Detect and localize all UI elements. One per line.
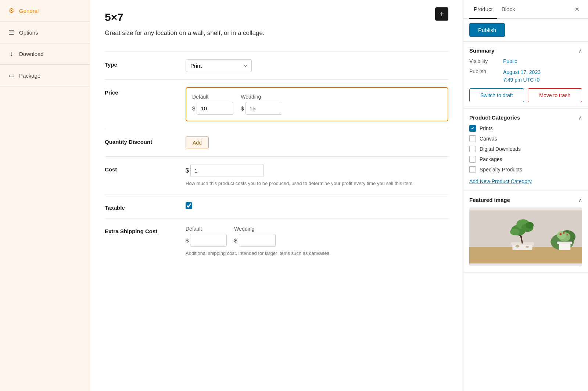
svg-point-19	[567, 234, 568, 236]
category-label-digital-downloads: Digital Downloads	[480, 146, 521, 152]
svg-rect-14	[557, 242, 572, 244]
price-default-col: Default $	[192, 94, 233, 115]
tab-product[interactable]: Product	[469, 0, 497, 19]
gear-icon: ⚙	[7, 7, 15, 15]
action-buttons: Switch to draft Move to trash	[469, 88, 582, 102]
svg-point-18	[563, 232, 565, 234]
product-header: 5×7 Great size for any location on a wal…	[90, 0, 463, 51]
cost-field-row: Cost $ How much this product costs you t…	[105, 156, 448, 195]
category-label-canvas: Canvas	[480, 136, 497, 142]
featured-image[interactable]	[469, 207, 582, 266]
sidebar-item-options[interactable]: ☰ Options	[0, 22, 90, 43]
categories-header: Product Categories ∧	[469, 114, 582, 121]
quantity-discount-field-row: Quantity Discount Add	[105, 129, 448, 156]
category-label-specialty: Specialty Products	[480, 167, 522, 173]
featured-image-svg	[469, 207, 582, 266]
price-default-wrapper: $	[192, 102, 233, 115]
type-value: Print Canvas Digital Download	[186, 59, 448, 72]
category-item-canvas: Canvas	[469, 135, 582, 142]
sidebar-label-download: Download	[19, 51, 44, 57]
panel-tabs: Product Block ×	[463, 0, 588, 19]
price-group: Default $ Wedding $	[186, 87, 448, 121]
category-item-packages: Packages	[469, 156, 582, 163]
extra-shipping-wedding-currency: $	[234, 237, 237, 244]
extra-shipping-value: Default $ Wedding $	[186, 226, 448, 257]
extra-shipping-wedding-input[interactable]	[239, 234, 276, 247]
featured-image-title: Featured image	[469, 197, 510, 203]
price-default-label: Default	[192, 94, 233, 100]
cost-value: $ How much this product costs you to be …	[186, 164, 448, 187]
extra-shipping-default-input[interactable]	[190, 234, 227, 247]
summary-header: Summary ∧	[469, 47, 582, 54]
categories-section: Product Categories ∧ Prints Canvas Digit…	[463, 109, 588, 191]
cost-input[interactable]	[190, 164, 264, 177]
svg-point-9	[510, 228, 519, 235]
sidebar-item-package[interactable]: ▭ Package	[0, 65, 90, 86]
extra-shipping-wedding-wrapper: $	[234, 234, 275, 247]
summary-title: Summary	[469, 47, 494, 54]
svg-point-16	[557, 231, 566, 239]
extra-shipping-label: Extra Shipping Cost	[105, 226, 178, 234]
visibility-label: Visibility	[469, 58, 499, 64]
sidebar-item-general[interactable]: ⚙ General	[0, 0, 90, 22]
category-checkbox-packages[interactable]	[469, 156, 476, 163]
category-item-prints: Prints	[469, 125, 582, 132]
category-label-packages: Packages	[480, 156, 502, 162]
visibility-value: Public	[503, 58, 517, 64]
left-sidebar: ⚙ General ☰ Options ↓ Download ▭ Package	[0, 0, 90, 391]
price-wedding-input[interactable]	[245, 102, 282, 115]
category-checkbox-canvas[interactable]	[469, 135, 476, 142]
add-category-link[interactable]: Add New Product Category	[469, 178, 532, 184]
extra-shipping-wedding-label: Wedding	[234, 226, 275, 232]
sidebar-label-general: General	[19, 8, 39, 14]
product-title: 5×7	[105, 11, 265, 24]
product-description: Great size for any location on a wall, s…	[105, 29, 265, 37]
taxable-label: Taxable	[105, 202, 178, 211]
category-checkbox-digital-downloads[interactable]	[469, 146, 476, 152]
close-button[interactable]: ×	[572, 2, 582, 17]
type-label: Type	[105, 59, 178, 68]
price-default-currency: $	[192, 105, 195, 111]
category-checkbox-specialty[interactable]	[469, 166, 476, 173]
price-default-input[interactable]	[197, 102, 233, 115]
content-area: 5×7 Great size for any location on a wal…	[90, 0, 463, 391]
move-to-trash-button[interactable]: Move to trash	[528, 88, 582, 102]
type-select[interactable]: Print Canvas Digital Download	[186, 59, 252, 72]
publish-date: August 17, 2023 7:49 pm UTC+0	[503, 68, 541, 84]
categories-title: Product Categories	[469, 114, 520, 121]
taxable-value	[186, 202, 448, 210]
cost-label: Cost	[105, 164, 178, 173]
publish-button[interactable]: Publish	[469, 23, 505, 37]
category-list: Prints Canvas Digital Downloads Packages…	[469, 125, 582, 173]
price-wedding-label: Wedding	[241, 94, 282, 100]
extra-shipping-group: Default $ Wedding $	[186, 226, 448, 247]
taxable-field-row: Taxable	[105, 195, 448, 218]
extra-shipping-help-text: Additional shipping cost, intended for l…	[186, 250, 448, 257]
download-icon: ↓	[7, 50, 15, 58]
category-checkbox-prints[interactable]	[469, 125, 476, 132]
sidebar-label-package: Package	[19, 72, 40, 79]
extra-shipping-wedding-col: Wedding $	[234, 226, 275, 247]
cost-help-text: How much this product costs you to be pr…	[186, 180, 448, 187]
featured-image-section: Featured image ∧	[463, 191, 588, 273]
publish-row: Publish August 17, 2023 7:49 pm UTC+0	[469, 68, 582, 84]
type-field-row: Type Print Canvas Digital Download	[105, 51, 448, 79]
svg-point-17	[560, 233, 562, 235]
publish-label: Publish	[469, 68, 499, 74]
switch-to-draft-button[interactable]: Switch to draft	[469, 88, 524, 102]
taxable-checkbox[interactable]	[186, 202, 192, 209]
cost-currency: $	[186, 167, 189, 174]
quantity-discount-add-button[interactable]: Add	[186, 136, 209, 149]
svg-point-10	[526, 222, 534, 228]
extra-shipping-default-col: Default $	[186, 226, 227, 247]
extra-shipping-default-currency: $	[186, 237, 189, 244]
add-block-button[interactable]: +	[435, 7, 448, 21]
featured-image-header: Featured image ∧	[469, 197, 582, 203]
price-field-row: Price Default $ Wedding $	[105, 79, 448, 129]
svg-point-12	[526, 246, 529, 248]
summary-chevron-icon: ∧	[578, 48, 582, 54]
tab-block[interactable]: Block	[497, 0, 520, 19]
sidebar-item-download[interactable]: ↓ Download	[0, 43, 90, 65]
cost-input-wrapper: $	[186, 164, 448, 177]
package-icon: ▭	[7, 71, 15, 79]
